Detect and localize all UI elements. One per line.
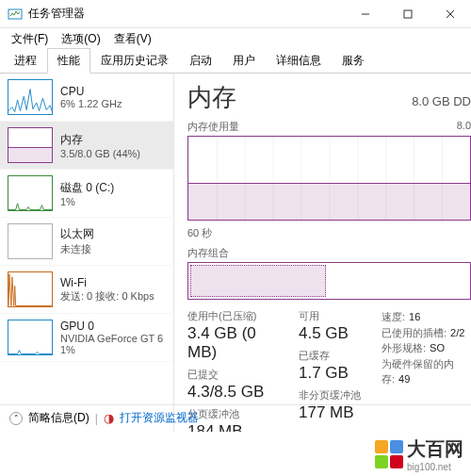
wifi-sub: 发送: 0 接收: 0 Kbps [60,289,154,304]
gpu-sparkline [8,320,53,355]
watermark-logo-icon [375,440,403,468]
wifi-sparkline [8,271,53,307]
commit-value: 4.3/8.5 GB [187,383,282,402]
minimize-button[interactable] [344,0,386,28]
content: CPU6% 1.22 GHz 内存3.5/8.0 GB (44%) 磁盘 0 (… [0,74,471,432]
memory-name: 内存 [60,132,140,148]
memory-total: 8.0 GB DD [412,94,471,108]
maximize-button[interactable] [386,0,429,28]
chevron-up-icon[interactable]: ˄ [9,412,23,425]
memory-usage-graph [187,136,471,221]
titlebar: 任务管理器 [0,0,471,28]
reserved-value: 49 [398,373,410,385]
commit-label: 已提交 [187,368,282,382]
memory-sparkline [8,127,53,163]
footer: ˄ 简略信息(D) | ◑ 打开资源监视器 [0,404,471,431]
speed-label: 速度: [382,311,405,322]
watermark: 大百网 big100.net [375,436,463,472]
xaxis-label: 60 秒 [187,226,212,240]
svg-rect-2 [404,10,412,18]
window-title: 任务管理器 [28,6,344,22]
gpu-sub: NVIDIA GeForce GT 6 [60,333,163,344]
avail-value: 4.5 GB [299,324,365,343]
tab-apphistory[interactable]: 应用历史记录 [90,48,179,74]
tab-services[interactable]: 服务 [332,48,375,74]
page-title: 内存 [187,81,236,114]
sidebar-item-gpu[interactable]: GPU 0NVIDIA GeForce GT 61% [0,314,173,362]
disk-sub: 1% [60,196,114,207]
avail-label: 可用 [299,309,365,323]
tab-users[interactable]: 用户 [222,48,266,74]
usage-label: 内存使用量 [187,120,239,134]
menu-options[interactable]: 选项(O) [56,29,106,49]
fewer-details-link[interactable]: 简略信息(D) [28,410,89,426]
speed-value: 16 [409,311,420,322]
cpu-sub: 6% 1.22 GHz [60,98,122,109]
menubar: 文件(F) 选项(O) 查看(V) [0,28,471,49]
slots-value: 2/2 [450,327,464,338]
sidebar-item-disk[interactable]: 磁盘 0 (C:)1% [0,170,173,218]
usage-max: 8.0 [457,120,471,134]
menu-file[interactable]: 文件(F) [6,29,54,49]
disk-name: 磁盘 0 (C:) [60,180,114,196]
reserved-label: 为硬件保留的内存: [382,358,454,386]
resource-monitor-icon: ◑ [104,411,114,425]
watermark-sub: big100.net [407,462,463,472]
cached-value: 1.7 GB [299,364,365,383]
inuse-value: 3.4 GB (0 MB) [187,324,282,362]
gpu-name: GPU 0 [60,320,163,333]
sidebar-item-memory[interactable]: 内存3.5/8.0 GB (44%) [0,122,173,170]
tabbar: 进程 性能 应用历史记录 启动 用户 详细信息 服务 [0,49,471,74]
sidebar: CPU6% 1.22 GHz 内存3.5/8.0 GB (44%) 磁盘 0 (… [0,74,174,432]
tab-startup[interactable]: 启动 [179,48,222,74]
inuse-label: 使用中(已压缩) [187,309,282,323]
tab-details[interactable]: 详细信息 [266,48,332,74]
form-label: 外形规格: [382,342,426,353]
open-resource-monitor-link[interactable]: 打开资源监视器 [120,410,199,426]
sidebar-item-ethernet[interactable]: 以太网未连接 [0,218,173,266]
watermark-brand: 大百网 [407,438,463,459]
app-icon [8,7,23,22]
cpu-sparkline [8,79,53,115]
gpu-sub2: 1% [60,344,163,355]
ethernet-name: 以太网 [60,226,94,242]
close-button[interactable] [429,0,471,28]
ethernet-sub: 未连接 [60,242,94,256]
form-value: SO [430,342,445,353]
main-panel: 内存 8.0 GB DD 内存使用量 8.0 60 秒 内存组合 使用中(已压缩… [174,74,471,432]
sidebar-item-wifi[interactable]: Wi-Fi发送: 0 接收: 0 Kbps [0,266,173,314]
cached-label: 已缓存 [299,349,365,363]
cpu-name: CPU [60,85,122,98]
tab-performance[interactable]: 性能 [47,48,90,74]
divider: | [95,412,98,425]
sidebar-item-cpu[interactable]: CPU6% 1.22 GHz [0,74,173,122]
disk-sparkline [8,175,53,211]
memory-composition-graph [187,262,471,300]
menu-view[interactable]: 查看(V) [108,29,157,49]
nonpaged-label: 非分页缓冲池 [299,388,365,402]
composition-label: 内存组合 [187,246,229,260]
ethernet-sparkline [8,223,53,259]
memory-sub: 3.5/8.0 GB (44%) [60,148,140,159]
wifi-name: Wi-Fi [60,276,154,289]
tab-processes[interactable]: 进程 [4,48,47,74]
slots-label: 已使用的插槽: [382,327,447,338]
